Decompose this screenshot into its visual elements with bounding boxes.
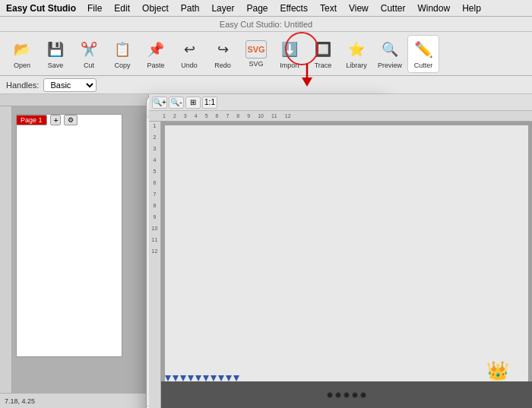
preview-label: Preview: [378, 62, 402, 69]
cut-button[interactable]: ✂️ Cut: [73, 35, 105, 73]
roller-5: [360, 392, 366, 398]
roller-3: [344, 392, 350, 398]
zoom-in-button[interactable]: 🔍+: [152, 96, 167, 109]
triangle-4: [188, 375, 194, 381]
canvas-content: Page 1 + ⚙: [12, 106, 148, 393]
cut-icon: ✂️: [78, 39, 100, 60]
import-label: Import: [280, 62, 299, 69]
triangle-10: [233, 375, 239, 381]
title-bar: Easy Cut Studio: Untitled: [0, 17, 532, 32]
triangle-9: [226, 375, 232, 381]
roller-4: [352, 392, 358, 398]
mat-surface: [165, 125, 528, 385]
cutter-icon: ✏️: [413, 39, 434, 60]
menu-edit[interactable]: Edit: [109, 2, 135, 15]
canvas-status-bar: 7.18, 4.25: [0, 393, 148, 408]
triangle-6: [203, 375, 209, 381]
triangle-8: [218, 375, 224, 381]
page-add-btn[interactable]: +: [50, 115, 61, 125]
triangle-3: [180, 375, 186, 381]
cutter-label: Cutter: [414, 62, 433, 69]
preview-ruler-top: 1 2 3 4 5 6 7 8 9 10 11 12: [149, 111, 532, 122]
preview-mat: 👑: [161, 122, 532, 408]
page-tab-area: Page 1 + ⚙: [16, 114, 78, 126]
preview-content: 1 2 3 4 5 6 7 8 9 10 11 12 1 2 3 4 5: [149, 111, 532, 408]
preview-area: 1 2 3 4 5 6 7 8 9 10 11 12 👑: [149, 122, 532, 408]
handles-bar: Handles: Basic: [0, 76, 532, 94]
page-settings-btn[interactable]: ⚙: [64, 115, 78, 125]
triangle-1: [165, 375, 171, 381]
app-name: Easy Cut Studio: [6, 3, 76, 14]
canvas-page: Page 1 + ⚙: [16, 114, 122, 357]
menu-help[interactable]: Help: [457, 2, 486, 15]
window-title: Easy Cut Studio: Untitled: [220, 20, 312, 29]
library-button[interactable]: ⭐ Library: [340, 35, 372, 73]
handles-select[interactable]: Basic: [43, 78, 97, 92]
paste-button[interactable]: 📌 Paste: [140, 35, 172, 73]
preview-panel: 🔍+ 🔍- ⊞ 1:1 1 2 3 4 5 6 7 8 9 10 11 12: [149, 94, 532, 408]
paste-icon: 📌: [145, 39, 166, 60]
triangle-5: [195, 375, 201, 381]
import-button[interactable]: ⬇️ Import: [274, 35, 306, 73]
menu-text[interactable]: Text: [315, 2, 342, 15]
menu-bar: Easy Cut Studio File Edit Object Path La…: [0, 0, 532, 17]
triangle-2: [173, 375, 179, 381]
menu-path[interactable]: Path: [176, 2, 205, 15]
trace-icon: 🔲: [312, 39, 334, 60]
page-tab-1[interactable]: Page 1: [16, 115, 47, 125]
roller-2: [335, 392, 341, 398]
triangle-7: [211, 375, 217, 381]
menu-object[interactable]: Object: [137, 2, 174, 15]
canvas-panel: Page 1 + ⚙ 7.18, 4.25: [0, 94, 149, 408]
menu-effects[interactable]: Effects: [274, 2, 312, 15]
svg-label: SVG: [249, 60, 263, 68]
undo-label: Undo: [181, 62, 198, 69]
machine-rollers: [327, 392, 366, 398]
undo-button[interactable]: ↩ Undo: [173, 35, 205, 73]
zoom-out-button[interactable]: 🔍-: [169, 96, 184, 109]
save-label: Save: [48, 62, 64, 69]
save-icon: 💾: [45, 39, 66, 60]
paste-label: Paste: [147, 62, 164, 69]
main-area: Page 1 + ⚙ 7.18, 4.25 Cut Settings Gener…: [0, 94, 532, 408]
library-label: Library: [346, 62, 367, 69]
undo-icon: ↩: [179, 39, 200, 60]
handles-label: Handles:: [6, 81, 39, 90]
preview-icon: 🔍: [379, 39, 401, 60]
import-icon: ⬇️: [279, 39, 300, 60]
menu-window[interactable]: Window: [412, 2, 455, 15]
menu-cutter[interactable]: Cutter: [375, 2, 411, 15]
preview-toolbar: 🔍+ 🔍- ⊞ 1:1: [149, 94, 532, 111]
menu-layer[interactable]: Layer: [206, 2, 239, 15]
ruler-left: [0, 106, 12, 408]
open-button[interactable]: 📂 Open: [6, 35, 38, 73]
trace-label: Trace: [315, 62, 332, 69]
menu-page[interactable]: Page: [241, 2, 273, 15]
library-icon: ⭐: [346, 39, 367, 60]
copy-icon: 📋: [112, 39, 133, 60]
trace-button[interactable]: 🔲 Trace: [307, 35, 339, 73]
preview-button[interactable]: 🔍 Preview: [374, 35, 406, 73]
zoom-fit-button[interactable]: ⊞: [185, 96, 201, 109]
save-button[interactable]: 💾 Save: [40, 35, 71, 73]
coordinates-display: 7.18, 4.25: [5, 397, 35, 405]
roller-1: [327, 392, 333, 398]
redo-label: Redo: [214, 62, 231, 69]
svg-button[interactable]: SVG SVG: [240, 35, 272, 73]
redo-icon: ↪: [212, 39, 233, 60]
ruler-top: [0, 94, 148, 106]
copy-label: Copy: [114, 62, 130, 69]
open-icon: 📂: [11, 39, 33, 60]
machine-body: [161, 381, 532, 408]
cutter-button[interactable]: ✏️ Cutter: [407, 35, 439, 73]
cut-label: Cut: [84, 62, 94, 69]
copy-button[interactable]: 📋 Copy: [106, 35, 138, 73]
toolbar: 📂 Open 💾 Save ✂️ Cut 📋 Copy 📌 Paste ↩ Un…: [0, 32, 532, 76]
redo-button[interactable]: ↪ Redo: [207, 35, 239, 73]
open-label: Open: [14, 62, 30, 69]
menu-view[interactable]: View: [344, 2, 374, 15]
preview-ruler-left: 1 2 3 4 5 6 7 8 9 10 11 12: [149, 122, 161, 408]
zoom-actual-button[interactable]: 1:1: [202, 96, 217, 109]
menu-file[interactable]: File: [82, 2, 107, 15]
svg-icon: SVG: [245, 40, 267, 59]
